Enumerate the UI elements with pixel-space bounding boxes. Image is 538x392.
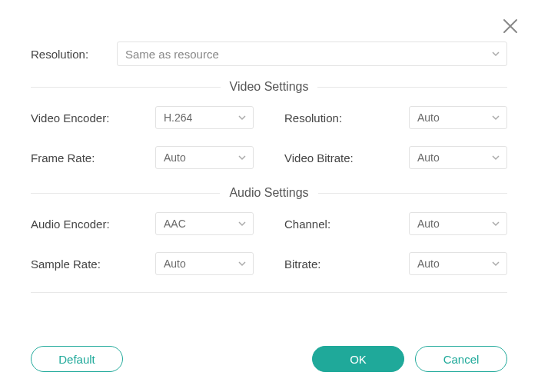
frame-rate-label: Frame Rate: [31, 151, 155, 164]
video-resolution-field: Resolution: Auto [284, 106, 507, 129]
footer: Default OK Cancel [31, 346, 507, 372]
audio-encoder-label: Audio Encoder: [31, 218, 155, 231]
video-bitrate-label: Video Bitrate: [284, 151, 409, 164]
divider [31, 87, 221, 88]
audio-encoder-dropdown[interactable]: AAC [155, 212, 254, 235]
divider [31, 292, 507, 293]
audio-bitrate-field: Bitrate: Auto [284, 252, 507, 275]
frame-rate-field: Frame Rate: Auto [31, 146, 254, 169]
divider [31, 193, 220, 194]
audio-encoder-field: Audio Encoder: AAC [31, 212, 254, 235]
ok-button[interactable]: OK [312, 346, 404, 372]
chevron-down-icon [491, 113, 500, 122]
divider [317, 87, 507, 88]
video-encoder-dropdown[interactable]: H.264 [155, 106, 254, 129]
settings-dialog: Resolution: Same as resource Video Setti… [0, 0, 538, 392]
sample-rate-label: Sample Rate: [31, 257, 155, 271]
chevron-down-icon [237, 259, 247, 268]
audio-bitrate-dropdown[interactable]: Auto [409, 252, 507, 275]
channel-field: Channel: Auto [284, 212, 507, 235]
video-section-title: Video Settings [221, 80, 318, 94]
audio-settings-grid: Audio Encoder: AAC Channel: Auto Sample … [31, 212, 507, 275]
top-resolution-dropdown[interactable]: Same as resource [117, 42, 507, 66]
chevron-down-icon [237, 153, 247, 162]
sample-rate-field: Sample Rate: Auto [31, 252, 254, 275]
sample-rate-dropdown[interactable]: Auto [155, 252, 254, 275]
video-resolution-value: Auto [417, 111, 440, 124]
frame-rate-dropdown[interactable]: Auto [155, 146, 254, 169]
audio-encoder-value: AAC [164, 218, 186, 230]
divider [318, 193, 507, 194]
top-resolution-value: Same as resource [125, 48, 219, 61]
chevron-down-icon [237, 113, 247, 122]
audio-section-title: Audio Settings [220, 186, 317, 200]
video-resolution-dropdown[interactable]: Auto [409, 106, 507, 129]
channel-value: Auto [417, 218, 440, 230]
default-button[interactable]: Default [31, 346, 123, 372]
video-bitrate-value: Auto [417, 151, 440, 164]
video-bitrate-field: Video Bitrate: Auto [284, 146, 507, 169]
frame-rate-value: Auto [164, 151, 186, 164]
video-resolution-label: Resolution: [284, 111, 409, 125]
close-icon [501, 25, 520, 38]
channel-label: Channel: [284, 218, 409, 231]
video-settings-grid: Video Encoder: H.264 Resolution: Auto Fr… [31, 106, 507, 169]
video-bitrate-dropdown[interactable]: Auto [409, 146, 507, 169]
video-encoder-value: H.264 [164, 111, 192, 124]
top-resolution-label: Resolution: [31, 48, 108, 61]
video-encoder-field: Video Encoder: H.264 [31, 106, 254, 129]
chevron-down-icon [491, 219, 500, 228]
chevron-down-icon [491, 153, 500, 162]
channel-dropdown[interactable]: Auto [409, 212, 507, 235]
sample-rate-value: Auto [164, 257, 186, 270]
audio-bitrate-label: Bitrate: [284, 257, 409, 271]
video-encoder-label: Video Encoder: [31, 111, 155, 125]
audio-bitrate-value: Auto [417, 257, 440, 270]
close-button[interactable] [501, 17, 520, 35]
top-resolution-row: Resolution: Same as resource [31, 42, 507, 66]
chevron-down-icon [491, 259, 500, 268]
video-section-header: Video Settings [31, 80, 507, 94]
chevron-down-icon [237, 219, 247, 228]
audio-section-header: Audio Settings [31, 186, 507, 200]
cancel-button[interactable]: Cancel [415, 346, 507, 372]
chevron-down-icon [491, 49, 500, 58]
